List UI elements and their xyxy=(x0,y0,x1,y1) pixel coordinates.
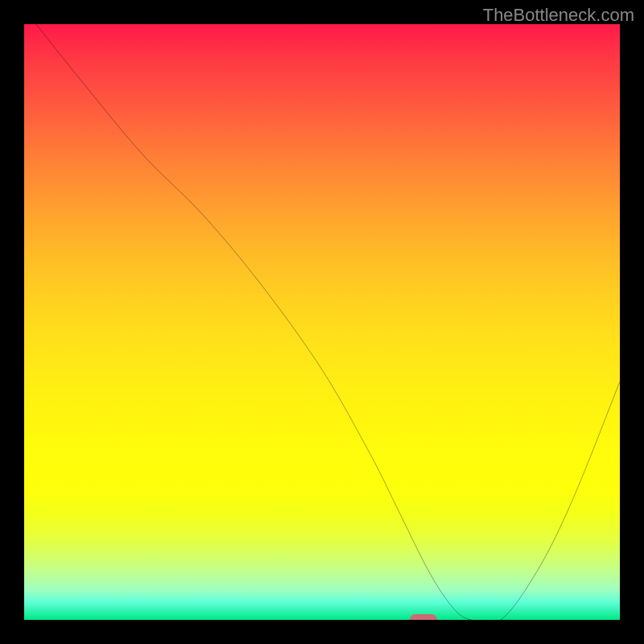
bottleneck-curve xyxy=(24,24,620,620)
optimal-marker xyxy=(410,614,437,620)
plot-area xyxy=(24,24,620,620)
watermark-text: TheBottleneck.com xyxy=(483,5,634,26)
